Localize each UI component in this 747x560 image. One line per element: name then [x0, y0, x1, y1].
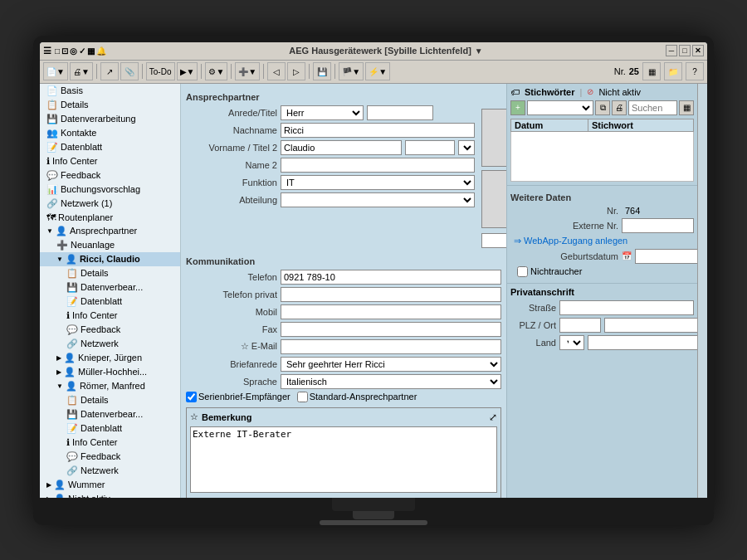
- menu-icon[interactable]: ☰: [43, 46, 51, 56]
- photo-box-2[interactable]: 🖼: [481, 170, 506, 228]
- sidebar-item-muller[interactable]: ▶ 👤 Müller-Hochhei...: [40, 365, 180, 379]
- sidebar-item-romer-info[interactable]: ℹ Info Center: [40, 436, 180, 450]
- land-input[interactable]: [588, 335, 707, 350]
- close-button[interactable]: ✕: [692, 45, 704, 56]
- action-button[interactable]: ⚡▼: [365, 62, 390, 80]
- sidebar-item-romer-netzwerk[interactable]: 🔗 Netzwerk: [40, 464, 180, 478]
- config-button[interactable]: ⚙▼: [205, 62, 227, 80]
- nav2-button[interactable]: ▷: [287, 62, 305, 80]
- bemerkung-textarea[interactable]: Externe IT-Berater: [190, 426, 497, 493]
- sidebar-item-basis[interactable]: 📄 Basis: [40, 84, 180, 98]
- standard-checkbox-label[interactable]: Standard-Ansprechpartner: [297, 392, 417, 402]
- export-button[interactable]: ↗: [100, 62, 119, 80]
- sidebar-item-ricci-claudio[interactable]: ▼ 👤 Ricci, Claudio: [40, 252, 180, 266]
- sidebar-item-netzwerk[interactable]: 🔗 Netzwerk (1): [40, 197, 180, 211]
- titel2-input[interactable]: [405, 140, 455, 155]
- sidebar-item-romer-feedback[interactable]: 💬 Feedback: [40, 450, 180, 464]
- mobil-input[interactable]: [281, 304, 501, 319]
- folder-button[interactable]: 📁: [664, 62, 682, 80]
- sidebar-item-romer-datenblatt[interactable]: 📝 Datenblatt: [40, 421, 180, 436]
- anrede-select[interactable]: Herr Frau Dr.: [281, 105, 364, 120]
- nav1-button[interactable]: ◁: [267, 62, 286, 80]
- flag-button[interactable]: 🏴▼: [339, 62, 364, 80]
- strasse-input[interactable]: [559, 300, 694, 315]
- todo-button[interactable]: To-Do: [146, 62, 175, 80]
- fax-input[interactable]: [281, 322, 501, 337]
- sidebar-item-routenplaner[interactable]: 🗺 Routenplaner: [40, 211, 180, 224]
- webapp-link[interactable]: ⇒ WebApp-Zugang anlegen: [510, 236, 627, 246]
- stichworter-copy-button[interactable]: ⧉: [595, 100, 610, 115]
- sidebar-item-knieper[interactable]: ▶ 👤 Knieper, Jürgen: [40, 351, 180, 365]
- sidebar-item-buchungsvorschlag[interactable]: 📊 Buchungsvorschlag: [40, 183, 180, 197]
- ort-input[interactable]: [604, 318, 707, 333]
- icon2[interactable]: ⊡: [61, 46, 68, 56]
- sprache-select[interactable]: Italienisch Deutsch Englisch: [281, 374, 501, 389]
- sidebar-item-ansprechpartner[interactable]: ▼ 👤 Ansprechpartner: [40, 224, 180, 238]
- help-button[interactable]: ?: [686, 62, 704, 80]
- sidebar-item-ricci-info[interactable]: ℹ Info Center: [40, 309, 180, 323]
- sidebar-item-romer-details[interactable]: 📋 Details: [40, 393, 180, 407]
- sidebar-item-ricci-datenblatt[interactable]: 📝 Datenblatt: [40, 295, 180, 309]
- plz-input[interactable]: [559, 318, 601, 333]
- nr-nav-button[interactable]: ▦: [642, 62, 661, 80]
- sidebar-item-romer[interactable]: ▼ 👤 Römer, Manfred: [40, 379, 180, 393]
- serienbrief-checkbox[interactable]: [186, 392, 197, 402]
- nichtraucher-label[interactable]: Nichtraucher: [517, 266, 582, 277]
- sidebar-item-nicht-aktiv[interactable]: ▶ 👤 Nicht aktiv: [40, 492, 180, 498]
- stichworter-search-input[interactable]: [628, 100, 677, 115]
- sidebar-item-wummer[interactable]: ▶ 👤 Wummer: [40, 478, 180, 492]
- scrollbar[interactable]: [697, 84, 707, 498]
- icon5[interactable]: ▦: [87, 46, 95, 56]
- sidebar-item-info-center[interactable]: ℹ Info Center: [40, 154, 180, 168]
- sidebar-item-feedback[interactable]: 💬 Feedback: [40, 168, 180, 183]
- geburtsdatum-input[interactable]: [635, 249, 701, 264]
- icon6[interactable]: 🔔: [96, 46, 106, 56]
- name2-input[interactable]: [281, 158, 475, 173]
- bemerkung-expand-icon[interactable]: ⤢: [489, 411, 497, 423]
- icon4[interactable]: ✓: [79, 46, 85, 56]
- sidebar-item-kontakte[interactable]: 👥 Kontakte: [40, 126, 180, 140]
- telefon-privat-input[interactable]: [281, 287, 501, 302]
- sidebar-item-ricci-daten[interactable]: 💾 Datenverbear...: [40, 280, 180, 295]
- icon1[interactable]: □: [55, 46, 60, 56]
- sidebar-item-ricci-netzwerk[interactable]: 🔗 Netzwerk: [40, 337, 180, 351]
- sidebar-item-romer-daten[interactable]: 💾 Datenverbear...: [40, 407, 180, 421]
- sidebar-item-ricci-feedback[interactable]: 💬 Feedback: [40, 323, 180, 337]
- add-button[interactable]: ➕▼: [235, 62, 260, 80]
- icon3[interactable]: ◎: [70, 46, 77, 56]
- sidebar-item-datenblatt[interactable]: 📝 Datenblatt: [40, 140, 180, 154]
- land-select-small[interactable]: ▼: [559, 335, 584, 350]
- calendar-icon[interactable]: 📅: [622, 251, 632, 261]
- titel-input[interactable]: [367, 105, 433, 120]
- vorname-input[interactable]: [281, 140, 402, 155]
- new-button[interactable]: 📄▼: [43, 62, 68, 80]
- attach-button[interactable]: 📎: [120, 62, 139, 80]
- nichtraucher-checkbox[interactable]: [517, 266, 528, 277]
- photo-input[interactable]: [481, 233, 506, 248]
- serienbrief-checkbox-label[interactable]: Serienbrief-Empfänger: [186, 392, 290, 402]
- nachname-input[interactable]: [281, 123, 475, 138]
- sidebar-item-datenverarbeitung[interactable]: 💾 Datenverarbeitung: [40, 112, 180, 126]
- save-button[interactable]: 💾: [313, 62, 331, 80]
- play-button[interactable]: ▶▼: [177, 62, 198, 80]
- briefanrede-select[interactable]: Sehr geehrter Herr Ricci: [281, 357, 501, 372]
- abteilung-select[interactable]: [281, 192, 475, 207]
- title-dropdown-icon[interactable]: ▼: [475, 46, 483, 56]
- sidebar-item-ricci-details[interactable]: 📋 Details: [40, 266, 180, 280]
- restore-button[interactable]: □: [679, 45, 691, 56]
- stichworter-add-button[interactable]: +: [510, 100, 525, 115]
- funktion-select[interactable]: IT Management: [281, 175, 475, 190]
- stichworter-table-button[interactable]: ▦: [679, 100, 694, 115]
- photo-box-1[interactable]: 🖼: [481, 109, 506, 167]
- stichworter-select[interactable]: [527, 100, 593, 115]
- vorname-select[interactable]: ▼: [458, 140, 475, 155]
- telefon-input[interactable]: [281, 270, 501, 285]
- print-button[interactable]: 🖨▼: [70, 62, 93, 80]
- sidebar-item-neuanlage[interactable]: ➕ Neuanlage: [40, 238, 180, 252]
- stichworter-print-button[interactable]: 🖨: [612, 100, 627, 115]
- email-input[interactable]: [281, 339, 501, 354]
- externe-nr-input[interactable]: [622, 218, 694, 233]
- sidebar-item-details[interactable]: 📋 Details: [40, 98, 180, 112]
- standard-checkbox[interactable]: [297, 392, 308, 402]
- minimize-button[interactable]: ─: [666, 45, 677, 56]
